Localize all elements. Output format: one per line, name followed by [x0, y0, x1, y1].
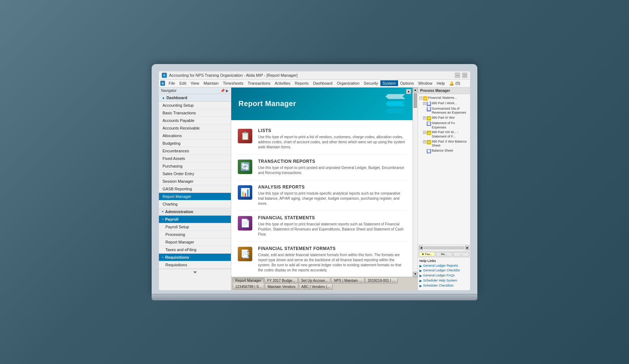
menu-transactions[interactable]: Transactions — [245, 80, 273, 86]
menu-view[interactable]: View — [189, 80, 202, 86]
nav-dashboard[interactable]: ▲ Dashboard — [159, 94, 231, 102]
tree-990-part10[interactable]: + 📁 990 Part X Wor Balance Sheet — [423, 139, 469, 148]
taskbar-maintain-vendors[interactable]: Maintain Vendors — [265, 284, 298, 289]
maximize-button[interactable]: □ — [462, 73, 467, 78]
menu-edit[interactable]: Edit — [177, 80, 189, 86]
taskbar-2019218[interactable]: 2019218-001 I ... — [365, 278, 398, 283]
scroll-up-btn[interactable]: ▲ — [406, 89, 411, 94]
taskbar-set-up-account[interactable]: Set Up Accoun... — [299, 278, 331, 283]
tree-summarized-statement[interactable]: 📄 Summarized Sta of Revenues an Expenses — [427, 106, 469, 115]
proc-tab-reports[interactable]: Re... — [436, 252, 452, 257]
nav-requisitions-section[interactable]: − Requisitions — [159, 254, 231, 261]
nav-accounts-receivable[interactable]: Accounts Receivable — [159, 124, 231, 132]
menu-dashboard[interactable]: Dashboard — [311, 80, 335, 86]
tree-expand-990-9[interactable]: + — [423, 117, 426, 119]
nav-basic-transactions[interactable]: Basic Transactions — [159, 109, 231, 117]
nav-payroll-report-manager[interactable]: Report Manager — [159, 238, 231, 246]
menu-file[interactable]: File — [166, 80, 177, 86]
section-formats-title: FINANCIAL STATEMENT FORMATS — [258, 246, 407, 251]
tree-label-990-9: 990 Part IX Wor — [432, 116, 469, 120]
tree-990-part8[interactable]: + 📁 990 Part VIII W... - Statement of F.… — [423, 130, 469, 139]
menu-organization[interactable]: Organization — [335, 80, 362, 86]
tree-990-part9[interactable]: + 📁 990 Part IX Wor — [423, 115, 469, 121]
hscroll-left-btn[interactable]: ◀ — [419, 246, 423, 250]
chevron-2 — [385, 101, 405, 106]
nav-sales-order-entry[interactable]: Sales Order Entry — [159, 170, 231, 178]
section-analysis-reports[interactable]: 📊 ANALYSIS REPORTS Use this type of repo… — [237, 180, 407, 211]
tree-expand-financial[interactable]: − — [419, 97, 422, 100]
help-link-gl-reports[interactable]: ▶ General Ledger Reports — [419, 264, 469, 268]
scroll-up-btn[interactable]: ▲ — [413, 88, 418, 93]
nav-payroll-section[interactable]: − Payroll — [159, 216, 231, 223]
tree-statement-fu-expenses[interactable]: 📄 Statement of Fu Expenses — [427, 121, 469, 130]
nav-taxes-efiling[interactable]: Taxes and eFiling — [159, 246, 231, 254]
taskbar-abc-vendors[interactable]: ABC | Vendors (... — [299, 284, 333, 289]
formats-icon-box: 📑 — [238, 247, 252, 261]
tree-expand-990-1[interactable]: + — [423, 102, 426, 105]
nav-requisitions-item[interactable]: Requisitions — [159, 261, 231, 269]
section-lists[interactable]: 📋 LISTS Use this type of report to print… — [237, 124, 407, 155]
nav-fixed-assets[interactable]: Fixed Assets — [159, 155, 231, 162]
help-link-scheduler-checklists[interactable]: ▶ Scheduler Checklists — [419, 284, 469, 288]
section-financial-formats[interactable]: 📑 FINANCIAL STATEMENT FORMATS Create, ed… — [237, 242, 407, 277]
menu-help[interactable]: Help — [435, 80, 447, 86]
report-header-logo — [385, 94, 405, 114]
nav-budgeting[interactable]: Budgeting — [159, 140, 231, 147]
section-transaction-reports[interactable]: 🔄 TRANSACTION REPORTS Use this type of r… — [237, 155, 407, 180]
vertical-scrollbar[interactable]: ▲ ▼ — [413, 88, 418, 277]
taskbar-nps-maintain[interactable]: NPS | Maintain ... — [331, 278, 364, 283]
menu-notifications[interactable]: 🔔 (0) — [447, 80, 463, 86]
menu-security[interactable]: Security — [362, 80, 380, 86]
nav-administration-section[interactable]: + Administration — [159, 208, 231, 216]
tree-expand-990-8[interactable]: + — [423, 131, 426, 134]
transaction-icon-box: 🔄 — [238, 160, 252, 174]
tree-990-part1[interactable]: + 📄 990 Part I Work... — [423, 101, 469, 106]
scroll-thumb[interactable] — [414, 93, 417, 108]
logo-chevrons — [385, 94, 405, 114]
menu-logo: a — [160, 81, 165, 86]
navigator-expand-btn[interactable]: ▶ — [226, 89, 229, 93]
tree-label-990-8: 990 Part VIII W... - Statement of F... — [432, 130, 469, 139]
nav-accounting-setup[interactable]: Accounting Setup — [159, 102, 231, 109]
menu-window[interactable]: Window — [416, 80, 434, 86]
taskbar-report-manager[interactable]: Report Manager — [233, 278, 264, 283]
tree-folder-icon-990-8: 📁 — [427, 131, 431, 135]
proc-tab-favorites[interactable]: ★ Fav... — [419, 252, 435, 257]
tree-financial-statements[interactable]: − 📁 Financial Stateme... — [419, 96, 469, 101]
nav-scroll-down[interactable] — [193, 271, 197, 274]
scroll-down-btn[interactable]: ▼ — [413, 272, 418, 277]
hscroll-right-btn[interactable]: ▶ — [465, 246, 469, 250]
minimize-button[interactable]: ─ — [455, 73, 460, 78]
nav-accounts-payable[interactable]: Accounts Payable — [159, 117, 231, 124]
menu-activities[interactable]: Activities — [273, 80, 292, 86]
nav-report-manager[interactable]: Report Manager — [159, 193, 231, 200]
menu-timesheets[interactable]: Timesheets — [221, 80, 245, 86]
chevrons-row — [385, 94, 405, 100]
nav-charting[interactable]: Charting — [159, 200, 231, 208]
tree-balance-sheet[interactable]: 📄 Balance Sheet — [427, 148, 469, 154]
tree-expand-990-10[interactable]: + — [423, 140, 426, 143]
menu-system[interactable]: System — [380, 80, 398, 86]
nav-payroll-setup[interactable]: Payroll Setup — [159, 223, 231, 231]
hscroll-track[interactable] — [424, 246, 464, 249]
nav-encumbrances[interactable]: Encumbrances — [159, 147, 231, 155]
navigator-pin-btn[interactable]: 📌 — [220, 89, 225, 93]
help-link-gl-faqs[interactable]: ▶ General Ledger FAQs — [419, 274, 469, 278]
taskbar-123456789[interactable]: 123456789 | S... — [233, 284, 264, 289]
nav-allocations[interactable]: Allocations — [159, 132, 231, 140]
nav-session-manager[interactable]: Session Manager — [159, 178, 231, 185]
menu-options[interactable]: Options — [398, 80, 416, 86]
nav-purchasing[interactable]: Purchasing — [159, 162, 231, 170]
menu-reports[interactable]: Reports — [292, 80, 311, 86]
content-area: Report Manager — [231, 88, 418, 290]
nav-gasb-reporting[interactable]: GASB Reporting — [159, 185, 231, 193]
help-link-gl-checklist[interactable]: ▶ General Ledger Checklist — [419, 268, 469, 273]
proc-tab-more[interactable]: ... — [453, 252, 469, 257]
menu-maintain[interactable]: Maintain — [201, 80, 221, 86]
taskbar-fy2017-budget[interactable]: FY 2017 Budge... — [265, 278, 298, 283]
help-link-scheduler-help[interactable]: ▶ Scheduler Help System — [419, 279, 469, 283]
section-financial-statements[interactable]: 📄 FINANCIAL STATEMENTS Use this type of … — [237, 211, 407, 242]
nav-processing[interactable]: Processing — [159, 231, 231, 238]
section-formats-desc: Create, edit and delete financial statem… — [258, 253, 407, 273]
title-bar-controls: ─ □ — [455, 73, 467, 78]
